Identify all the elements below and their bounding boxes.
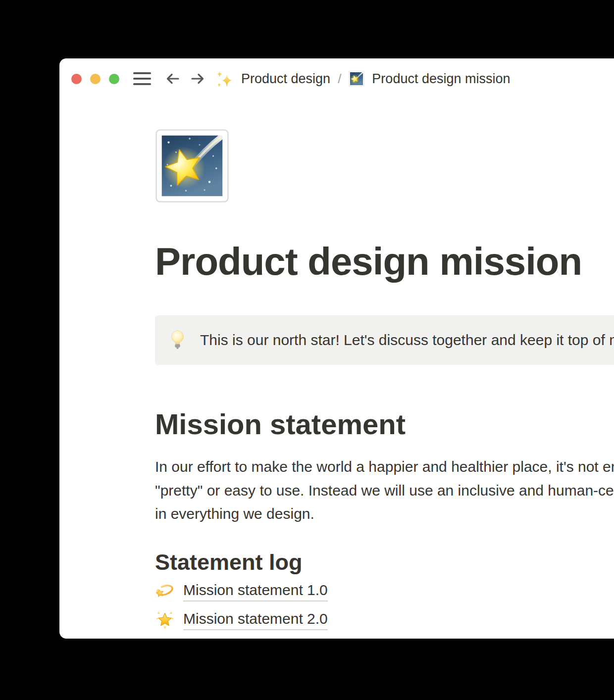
zoom-window-button[interactable]: [109, 74, 119, 84]
page-link-mission-statement-2[interactable]: Mission statement 2.0: [155, 609, 328, 630]
forward-arrow-icon: [189, 70, 206, 88]
back-arrow-icon: [164, 70, 182, 88]
page-link-label: Mission statement 2.0: [183, 609, 328, 630]
page-link-label: Mission statement 1.0: [183, 580, 328, 601]
close-window-button[interactable]: [71, 74, 82, 84]
paragraph-line: "pretty" or easy to use. Instead we will…: [155, 479, 614, 502]
app-window: Product design / Product design mission …: [59, 58, 614, 639]
callout-block: This is our north star! Let's discuss to…: [155, 315, 614, 365]
section-heading-statement-log: Statement log: [155, 549, 614, 576]
minimize-window-button[interactable]: [90, 74, 101, 84]
shooting-star-icon: [349, 71, 364, 87]
shooting-star-icon: [155, 129, 229, 203]
window-titlebar: Product design / Product design mission: [59, 58, 614, 99]
forward-button[interactable]: [189, 70, 206, 88]
breadcrumb-separator: /: [338, 71, 341, 87]
sidebar-menu-button[interactable]: [133, 72, 152, 86]
paragraph-line: in everything we design.: [155, 502, 614, 526]
sparkles-icon: [215, 70, 234, 88]
paragraph-line: In our effort to make the world a happie…: [155, 455, 614, 479]
light-bulb-icon: [170, 329, 185, 351]
mission-paragraph: In our effort to make the world a happie…: [155, 455, 614, 526]
page-link-mission-statement-1[interactable]: Mission statement 1.0: [155, 580, 328, 601]
section-heading-mission-statement: Mission statement: [155, 406, 614, 442]
statement-log-list: Mission statement 1.0 Mission statement …: [155, 580, 614, 630]
breadcrumb-label: Product design mission: [372, 70, 510, 87]
page-icon-shooting-star[interactable]: [155, 129, 229, 203]
page-title: Product design mission: [155, 239, 614, 284]
dizzy-icon: [155, 581, 175, 600]
window-controls: [71, 74, 119, 84]
hamburger-menu-icon: [133, 72, 152, 86]
glowing-star-icon: [155, 609, 175, 629]
breadcrumb-item-product-design[interactable]: Product design: [215, 70, 330, 88]
back-button[interactable]: [164, 70, 182, 88]
page-content: Product design mission This is our north…: [59, 129, 614, 630]
callout-text: This is our north star! Let's discuss to…: [200, 329, 614, 351]
breadcrumb-item-product-design-mission[interactable]: Product design mission: [349, 70, 510, 87]
breadcrumb-label: Product design: [241, 70, 330, 87]
